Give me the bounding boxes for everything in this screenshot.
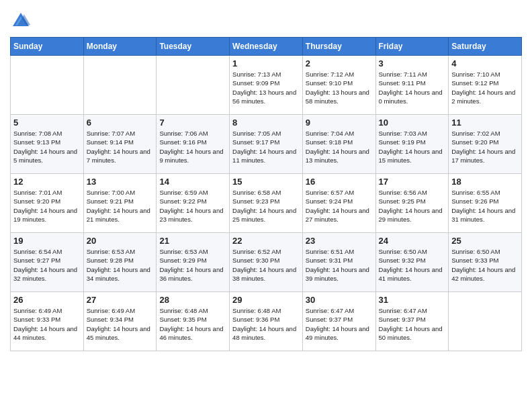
calendar-cell: 23 Sunrise: 6:51 AMSunset: 9:31 PMDaylig… bbox=[302, 233, 375, 292]
calendar-cell bbox=[11, 56, 84, 115]
calendar-cell: 10 Sunrise: 7:03 AMSunset: 9:19 PMDaylig… bbox=[375, 115, 449, 174]
calendar-week-row: 1 Sunrise: 7:13 AMSunset: 9:09 PMDayligh… bbox=[11, 56, 522, 115]
day-number: 30 bbox=[306, 295, 373, 305]
day-number: 14 bbox=[159, 177, 226, 187]
calendar-cell: 14 Sunrise: 6:59 AMSunset: 9:22 PMDaylig… bbox=[157, 174, 230, 233]
day-info: Sunrise: 6:50 AMSunset: 9:32 PMDaylight:… bbox=[379, 247, 446, 283]
day-info: Sunrise: 7:02 AMSunset: 9:20 PMDaylight:… bbox=[451, 129, 519, 165]
weekday-header: Thursday bbox=[302, 38, 375, 56]
calendar-cell: 18 Sunrise: 6:55 AMSunset: 9:26 PMDaylig… bbox=[449, 174, 522, 233]
weekday-header: Friday bbox=[375, 38, 449, 56]
calendar-cell: 2 Sunrise: 7:12 AMSunset: 9:10 PMDayligh… bbox=[302, 56, 375, 115]
weekday-header: Sunday bbox=[11, 38, 84, 56]
day-info: Sunrise: 6:53 AMSunset: 9:29 PMDaylight:… bbox=[159, 247, 226, 283]
day-number: 27 bbox=[87, 295, 154, 305]
calendar-week-row: 12 Sunrise: 7:01 AMSunset: 9:20 PMDaylig… bbox=[11, 174, 522, 233]
day-info: Sunrise: 6:52 AMSunset: 9:30 PMDaylight:… bbox=[232, 247, 300, 283]
day-number: 16 bbox=[306, 177, 373, 187]
day-info: Sunrise: 6:58 AMSunset: 9:23 PMDaylight:… bbox=[232, 188, 300, 224]
day-info: Sunrise: 6:47 AMSunset: 9:37 PMDaylight:… bbox=[379, 306, 446, 342]
logo-icon bbox=[10, 10, 32, 32]
day-info: Sunrise: 7:05 AMSunset: 9:17 PMDaylight:… bbox=[232, 129, 300, 165]
calendar-cell: 19 Sunrise: 6:54 AMSunset: 9:27 PMDaylig… bbox=[11, 233, 84, 292]
day-info: Sunrise: 6:48 AMSunset: 9:35 PMDaylight:… bbox=[159, 306, 226, 342]
calendar-cell: 24 Sunrise: 6:50 AMSunset: 9:32 PMDaylig… bbox=[375, 233, 449, 292]
day-number: 18 bbox=[451, 177, 519, 187]
day-number: 10 bbox=[379, 118, 446, 128]
day-number: 15 bbox=[232, 177, 300, 187]
calendar-cell: 21 Sunrise: 6:53 AMSunset: 9:29 PMDaylig… bbox=[157, 233, 230, 292]
day-info: Sunrise: 6:53 AMSunset: 9:28 PMDaylight:… bbox=[87, 247, 154, 283]
day-info: Sunrise: 7:00 AMSunset: 9:21 PMDaylight:… bbox=[87, 188, 154, 224]
calendar-cell bbox=[449, 292, 522, 351]
day-info: Sunrise: 6:51 AMSunset: 9:31 PMDaylight:… bbox=[306, 247, 373, 283]
day-number: 19 bbox=[13, 236, 81, 246]
calendar-cell: 13 Sunrise: 7:00 AMSunset: 9:21 PMDaylig… bbox=[83, 174, 157, 233]
day-info: Sunrise: 6:49 AMSunset: 9:33 PMDaylight:… bbox=[13, 306, 81, 342]
day-info: Sunrise: 7:01 AMSunset: 9:20 PMDaylight:… bbox=[13, 188, 81, 224]
calendar-cell: 17 Sunrise: 6:56 AMSunset: 9:25 PMDaylig… bbox=[375, 174, 449, 233]
day-number: 13 bbox=[87, 177, 154, 187]
day-number: 28 bbox=[159, 295, 226, 305]
day-number: 4 bbox=[451, 58, 519, 68]
calendar-table: SundayMondayTuesdayWednesdayThursdayFrid… bbox=[10, 37, 522, 351]
day-number: 11 bbox=[451, 118, 519, 128]
day-info: Sunrise: 7:06 AMSunset: 9:16 PMDaylight:… bbox=[159, 129, 226, 165]
weekday-header: Tuesday bbox=[157, 38, 230, 56]
calendar-cell: 12 Sunrise: 7:01 AMSunset: 9:20 PMDaylig… bbox=[11, 174, 84, 233]
day-info: Sunrise: 7:03 AMSunset: 9:19 PMDaylight:… bbox=[379, 129, 446, 165]
day-number: 12 bbox=[13, 177, 81, 187]
calendar-week-row: 26 Sunrise: 6:49 AMSunset: 9:33 PMDaylig… bbox=[11, 292, 522, 351]
day-number: 2 bbox=[306, 58, 373, 68]
day-info: Sunrise: 7:07 AMSunset: 9:14 PMDaylight:… bbox=[87, 129, 154, 165]
calendar-cell: 25 Sunrise: 6:50 AMSunset: 9:33 PMDaylig… bbox=[449, 233, 522, 292]
day-number: 8 bbox=[232, 118, 300, 128]
calendar-cell: 16 Sunrise: 6:57 AMSunset: 9:24 PMDaylig… bbox=[302, 174, 375, 233]
calendar-cell: 6 Sunrise: 7:07 AMSunset: 9:14 PMDayligh… bbox=[83, 115, 157, 174]
day-info: Sunrise: 6:48 AMSunset: 9:36 PMDaylight:… bbox=[232, 306, 300, 342]
calendar-cell: 9 Sunrise: 7:04 AMSunset: 9:18 PMDayligh… bbox=[302, 115, 375, 174]
day-number: 29 bbox=[232, 295, 300, 305]
weekday-header: Saturday bbox=[449, 38, 522, 56]
day-number: 7 bbox=[159, 118, 226, 128]
calendar-cell: 1 Sunrise: 7:13 AMSunset: 9:09 PMDayligh… bbox=[230, 56, 303, 115]
day-number: 5 bbox=[13, 118, 81, 128]
day-number: 21 bbox=[159, 236, 226, 246]
day-info: Sunrise: 6:55 AMSunset: 9:26 PMDaylight:… bbox=[451, 188, 519, 224]
calendar-cell: 8 Sunrise: 7:05 AMSunset: 9:17 PMDayligh… bbox=[230, 115, 303, 174]
page-header bbox=[10, 10, 522, 32]
calendar-cell: 5 Sunrise: 7:08 AMSunset: 9:13 PMDayligh… bbox=[11, 115, 84, 174]
calendar-week-row: 5 Sunrise: 7:08 AMSunset: 9:13 PMDayligh… bbox=[11, 115, 522, 174]
calendar-cell: 27 Sunrise: 6:49 AMSunset: 9:34 PMDaylig… bbox=[83, 292, 157, 351]
day-info: Sunrise: 7:12 AMSunset: 9:10 PMDaylight:… bbox=[306, 70, 373, 105]
calendar-cell: 3 Sunrise: 7:11 AMSunset: 9:11 PMDayligh… bbox=[375, 56, 449, 115]
day-number: 3 bbox=[379, 58, 446, 68]
day-info: Sunrise: 6:57 AMSunset: 9:24 PMDaylight:… bbox=[306, 188, 373, 224]
day-number: 25 bbox=[451, 236, 519, 246]
day-info: Sunrise: 6:50 AMSunset: 9:33 PMDaylight:… bbox=[451, 247, 519, 283]
calendar-cell: 31 Sunrise: 6:47 AMSunset: 9:37 PMDaylig… bbox=[375, 292, 449, 351]
day-info: Sunrise: 7:13 AMSunset: 9:09 PMDaylight:… bbox=[232, 70, 300, 105]
day-number: 1 bbox=[232, 58, 300, 68]
day-info: Sunrise: 7:10 AMSunset: 9:12 PMDaylight:… bbox=[451, 70, 519, 105]
calendar-cell: 11 Sunrise: 7:02 AMSunset: 9:20 PMDaylig… bbox=[449, 115, 522, 174]
calendar-cell bbox=[83, 56, 157, 115]
calendar-cell: 15 Sunrise: 6:58 AMSunset: 9:23 PMDaylig… bbox=[230, 174, 303, 233]
weekday-header: Wednesday bbox=[230, 38, 303, 56]
day-info: Sunrise: 6:49 AMSunset: 9:34 PMDaylight:… bbox=[87, 306, 154, 342]
weekday-header: Monday bbox=[83, 38, 157, 56]
calendar-cell: 30 Sunrise: 6:47 AMSunset: 9:37 PMDaylig… bbox=[302, 292, 375, 351]
day-number: 26 bbox=[13, 295, 81, 305]
day-number: 20 bbox=[87, 236, 154, 246]
day-number: 6 bbox=[87, 118, 154, 128]
day-number: 23 bbox=[306, 236, 373, 246]
day-info: Sunrise: 6:56 AMSunset: 9:25 PMDaylight:… bbox=[379, 188, 446, 224]
day-number: 24 bbox=[379, 236, 446, 246]
day-number: 9 bbox=[306, 118, 373, 128]
day-info: Sunrise: 6:54 AMSunset: 9:27 PMDaylight:… bbox=[13, 247, 81, 283]
day-info: Sunrise: 7:04 AMSunset: 9:18 PMDaylight:… bbox=[306, 129, 373, 165]
logo bbox=[10, 10, 34, 32]
day-number: 17 bbox=[379, 177, 446, 187]
calendar-cell: 28 Sunrise: 6:48 AMSunset: 9:35 PMDaylig… bbox=[157, 292, 230, 351]
calendar-week-row: 19 Sunrise: 6:54 AMSunset: 9:27 PMDaylig… bbox=[11, 233, 522, 292]
